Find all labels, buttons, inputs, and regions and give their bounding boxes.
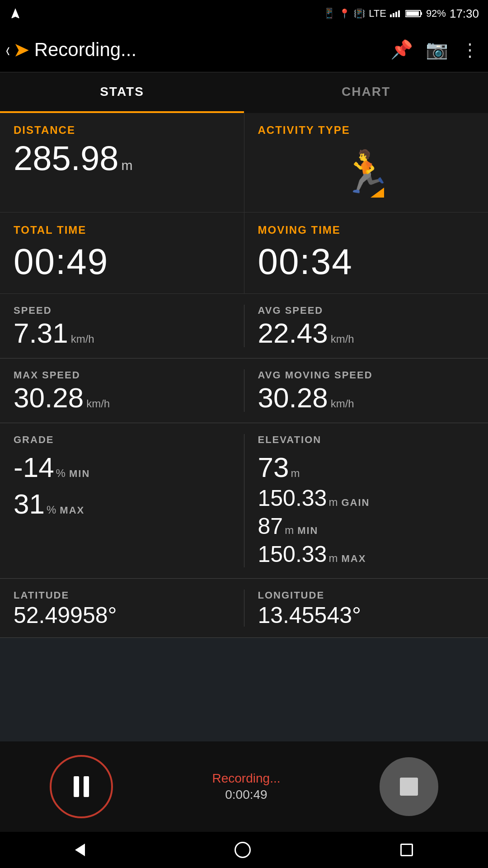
latlon-row: LATITUDE 52.49958° LONGITUDE 13.45543°: [0, 579, 488, 638]
svg-rect-2: [395, 12, 397, 17]
back-button[interactable]: ‹ ➤: [5, 38, 30, 61]
camera-icon[interactable]: 📷: [426, 39, 448, 60]
status-bar: 📱 📍 📳 LTE 92% 17:30: [0, 0, 488, 27]
grade-max-pct: %: [47, 504, 56, 516]
grade-min-entry: -14 % MIN: [14, 451, 230, 483]
status-bar-left: [9, 7, 22, 20]
elevation-gain: 150.33 m GAIN: [258, 485, 475, 511]
battery-icon: [405, 9, 422, 18]
navigation-arrow-icon: ➤: [13, 38, 30, 61]
activity-type-box[interactable]: ACTIVITY TYPE 🏃: [244, 113, 488, 212]
grade-min-pct: %: [56, 467, 66, 480]
svg-rect-3: [398, 10, 400, 17]
distance-box: DISTANCE 285.98 m: [0, 113, 244, 212]
max-speed-value: 30.28: [14, 384, 84, 412]
max-speed-unit: km/h: [86, 397, 110, 410]
elevation-gain-unit: m: [328, 496, 338, 509]
back-chevron-icon: ‹: [6, 38, 10, 61]
grade-label: GRADE: [14, 434, 230, 446]
moving-time-value: 00:34: [258, 241, 475, 283]
elevation-min-unit: m: [285, 524, 294, 537]
avg-moving-speed-value: 30.28: [258, 384, 328, 412]
avg-moving-speed-label: AVG MOVING SPEED: [258, 369, 475, 381]
grade-min-value: -14: [14, 451, 54, 483]
speed-label: SPEED: [14, 305, 230, 316]
total-time-value: 00:49: [14, 241, 230, 283]
pin-icon[interactable]: 📌: [390, 39, 413, 60]
system-nav-bar: [0, 832, 488, 868]
avg-speed-value: 22.43: [258, 319, 328, 347]
lte-label: LTE: [369, 8, 386, 19]
total-time-label: TOTAL TIME: [14, 224, 230, 236]
svg-rect-5: [421, 12, 422, 15]
max-speed-cell: MAX SPEED 30.28 km/h: [0, 369, 244, 412]
signal-icon: [390, 10, 402, 17]
elevation-max-unit: m: [328, 552, 338, 565]
location-arrow-icon: [9, 7, 22, 20]
distance-label: DISTANCE: [14, 124, 230, 137]
more-options-icon[interactable]: ⋮: [461, 39, 479, 60]
max-speed-row: MAX SPEED 30.28 km/h AVG MOVING SPEED 30…: [0, 359, 488, 423]
nav-home-button[interactable]: [235, 842, 251, 858]
app-bar-right: 📌 📷 ⋮: [390, 39, 479, 60]
speed-row: SPEED 7.31 km/h AVG SPEED 22.43 km/h: [0, 294, 488, 359]
longitude-cell: LONGITUDE 13.45543°: [244, 590, 488, 627]
app-bar: ‹ ➤ Recording... 📌 📷 ⋮: [0, 27, 488, 72]
location-icon: 📍: [339, 8, 350, 19]
pause-button[interactable]: [50, 755, 113, 818]
avg-speed-label: AVG SPEED: [258, 305, 475, 316]
grade-elevation-row: GRADE -14 % MIN 31 % MAX ELEVATION 73 m …: [0, 423, 488, 579]
max-speed-label: MAX SPEED: [14, 369, 230, 381]
longitude-value: 13.45543°: [258, 604, 475, 627]
elevation-label: ELEVATION: [258, 434, 475, 446]
latitude-label: LATITUDE: [14, 590, 230, 601]
moving-time-box: MOVING TIME 00:34: [244, 212, 488, 293]
vibrate-icon: 📳: [354, 8, 365, 19]
elevation-current-unit: m: [291, 467, 300, 480]
pause-icon: [74, 776, 89, 797]
elevation-min: 87 m MIN: [258, 513, 475, 539]
moving-time-label: MOVING TIME: [258, 224, 475, 236]
elevation-gain-label: GAIN: [341, 497, 370, 509]
pause-bar-left: [74, 776, 79, 797]
clock: 17:30: [450, 7, 479, 21]
elevation-max-label: MAX: [341, 553, 366, 565]
longitude-label: LONGITUDE: [258, 590, 475, 601]
latitude-value: 52.49958°: [14, 604, 230, 627]
grade-max-value: 31: [14, 488, 45, 520]
stats-content: DISTANCE 285.98 m ACTIVITY TYPE 🏃 TOTAL …: [0, 113, 488, 801]
svg-rect-0: [390, 14, 392, 17]
stats-top-row: DISTANCE 285.98 m ACTIVITY TYPE 🏃: [0, 113, 488, 212]
running-icon: 🏃: [341, 151, 391, 192]
avg-speed-cell: AVG SPEED 22.43 km/h: [244, 305, 488, 347]
avg-moving-speed-unit: km/h: [331, 397, 354, 410]
tab-stats[interactable]: STATS: [0, 72, 244, 113]
speed-value: 7.31: [14, 319, 68, 347]
grade-max-label: MAX: [60, 505, 84, 516]
elevation-min-label: MIN: [297, 525, 318, 537]
latitude-cell: LATITUDE 52.49958°: [0, 590, 244, 627]
grade-cell: GRADE -14 % MIN 31 % MAX: [0, 434, 244, 567]
recording-time: 0:00:49: [225, 788, 267, 802]
speed-cell: SPEED 7.31 km/h: [0, 305, 244, 347]
stop-button[interactable]: [380, 757, 438, 816]
tabs: STATS CHART: [0, 72, 488, 113]
tab-chart[interactable]: CHART: [244, 72, 488, 113]
elevation-max: 150.33 m MAX: [258, 541, 475, 567]
elevation-min-value: 87: [258, 513, 283, 539]
nav-recents-button[interactable]: [400, 844, 413, 856]
svg-rect-1: [393, 13, 394, 17]
elevation-gain-value: 150.33: [258, 485, 327, 511]
stop-icon: [400, 778, 418, 796]
distance-unit: m: [121, 158, 132, 173]
nav-back-button[interactable]: [75, 844, 85, 856]
activity-icon-area: 🏃: [258, 141, 475, 203]
recording-label: Recording...: [212, 771, 281, 786]
pause-bar-right: [84, 776, 89, 797]
bottom-controls: Recording... 0:00:49: [0, 741, 488, 832]
distance-value: 285.98: [14, 141, 118, 175]
recording-info: Recording... 0:00:49: [212, 771, 281, 802]
elevation-current-value: 73: [258, 451, 289, 483]
app-bar-left: ‹ ➤ Recording...: [5, 38, 136, 61]
elevation-cell: ELEVATION 73 m 150.33 m GAIN 87 m MIN 15…: [244, 434, 488, 567]
